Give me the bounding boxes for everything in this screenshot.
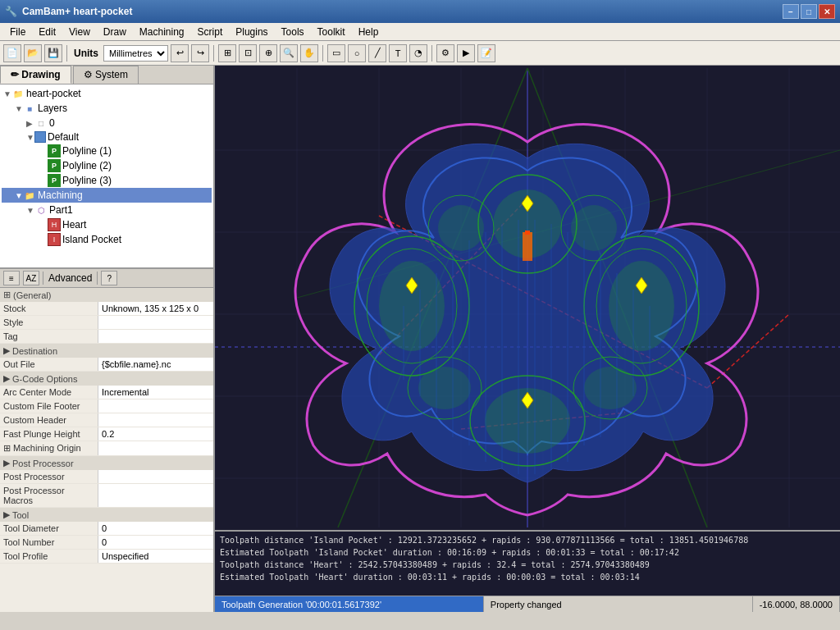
tree-item-heart[interactable]: H Heart <box>2 217 212 232</box>
minimize-button[interactable]: − <box>783 4 799 19</box>
expand-origin[interactable]: ⊞ <box>3 443 11 453</box>
prop-name-postmacros: Post Processor Macros <box>0 484 98 507</box>
advanced-label: Advanced <box>48 272 92 284</box>
viewport[interactable] <box>215 66 840 530</box>
menu-item-view[interactable]: View <box>62 25 97 39</box>
tree-label-layers: Layers <box>38 103 67 114</box>
simulate-button[interactable]: ▶ <box>457 44 475 62</box>
prop-value-tag[interactable] <box>98 330 213 343</box>
prop-name-header: Custom Header <box>0 413 98 427</box>
menu-item-draw[interactable]: Draw <box>97 25 133 39</box>
save-button[interactable]: 💾 <box>44 44 62 62</box>
prop-value-toolprofile[interactable]: Unspecified <box>98 550 213 563</box>
prop-value-header[interactable] <box>98 413 213 427</box>
prop-value-outfile[interactable]: {$cbfile.name}.nc <box>98 358 213 371</box>
tree-item-default[interactable]: ▼ Default <box>2 130 212 144</box>
svg-rect-45 <box>523 232 532 261</box>
prop-section-tool[interactable]: ▶ Tool <box>0 508 213 522</box>
zoom-fit[interactable]: ⊕ <box>259 44 277 62</box>
prop-name-origin: ⊞ Machining Origin <box>0 441 98 455</box>
props-sort-cat-button[interactable]: ≡ <box>3 271 20 285</box>
prop-section-post[interactable]: ▶ Post Processor <box>0 456 213 470</box>
pan-button[interactable]: ✋ <box>300 44 318 62</box>
prop-value-arcmode[interactable]: Incremental <box>98 386 213 399</box>
tree-item-poly2[interactable]: P Polyline (2) <box>2 158 212 173</box>
app-icon: 🔧 <box>5 6 17 17</box>
draw-rect[interactable]: ▭ <box>327 44 345 62</box>
prop-section-destination[interactable]: ▶ Destination <box>0 344 213 358</box>
grid-button[interactable]: ⊞ <box>218 44 236 62</box>
units-select[interactable]: Millimetres Inches <box>103 45 168 62</box>
output-text: Toolpath distance 'Island Pocket' : 1292… <box>215 532 840 596</box>
tree-label-poly1: Polyline (1) <box>62 145 112 157</box>
prop-row-style: Style <box>0 316 213 330</box>
tree-item-root[interactable]: ▼ 📁 heart-pocket <box>2 86 212 101</box>
tab-drawing[interactable]: ✏ Drawing <box>0 66 71 84</box>
menu-item-help[interactable]: Help <box>352 25 386 39</box>
props-help-button[interactable]: ? <box>101 271 117 285</box>
prop-value-toolnum[interactable]: 0 <box>98 536 213 549</box>
arc-icon: ◔ <box>414 48 422 58</box>
redo-button[interactable]: ↪ <box>191 44 209 62</box>
snap-button[interactable]: ⊡ <box>239 44 257 62</box>
close-button[interactable]: ✕ <box>819 4 835 19</box>
tab-system[interactable]: ⚙ System <box>73 66 139 84</box>
maximize-button[interactable]: □ <box>801 4 817 19</box>
draw-text[interactable]: T <box>389 44 407 62</box>
prop-value-plunge[interactable]: 0.2 <box>98 427 213 441</box>
expand-layers[interactable]: ▼ <box>15 104 23 113</box>
prop-name-style: Style <box>0 316 98 329</box>
expand-default[interactable]: ▼ <box>26 133 34 142</box>
menu-item-toolkit[interactable]: Toolkit <box>311 25 352 39</box>
menu-item-plugins[interactable]: Plugins <box>229 25 274 39</box>
app-title: CamBam+ heart-pocket <box>22 6 132 17</box>
prop-row-stock: Stock Unknown, 135 x 125 x 0 <box>0 302 213 316</box>
menu-item-machining[interactable]: Machining <box>133 25 191 39</box>
open-button[interactable]: 📂 <box>24 44 42 62</box>
main-area: ✏ Drawing ⚙ System ▼ 📁 heart-pocket ▼ ■ … <box>0 66 840 612</box>
new-button[interactable]: 📄 <box>3 44 21 62</box>
units-label: Units <box>74 48 98 59</box>
expand-layer0[interactable]: ▶ <box>26 119 34 128</box>
undo-button[interactable]: ↩ <box>171 44 189 62</box>
draw-arc[interactable]: ◔ <box>409 44 427 62</box>
menu-item-script[interactable]: Script <box>191 25 230 39</box>
expand-part1[interactable]: ▼ <box>26 206 34 215</box>
toolbar-separator-3 <box>322 45 323 62</box>
menu-item-file[interactable]: File <box>3 25 32 39</box>
polyline1-icon: P <box>48 144 61 158</box>
zoom-in[interactable]: 🔍 <box>280 44 298 62</box>
tree-view: ▼ 📁 heart-pocket ▼ ■ Layers ▶ □ 0 ▼ Defa… <box>0 84 213 267</box>
menu-item-edit[interactable]: Edit <box>32 25 62 39</box>
open-icon: 📂 <box>27 48 39 58</box>
prop-row-arcmode: Arc Center Mode Incremental <box>0 386 213 399</box>
props-toolbar: ≡ AZ Advanced ? <box>0 269 213 288</box>
tree-item-layer0[interactable]: ▶ □ 0 <box>2 116 212 130</box>
prop-value-origin[interactable] <box>98 441 213 455</box>
tree-item-machining[interactable]: ▼ 📁 Machining <box>2 188 212 203</box>
prop-value-postmacros[interactable] <box>98 484 213 507</box>
tree-item-poly1[interactable]: P Polyline (1) <box>2 144 212 158</box>
machining-button[interactable]: ⚙ <box>436 44 454 62</box>
prop-value-footer[interactable] <box>98 399 213 413</box>
expand-root[interactable]: ▼ <box>3 89 11 98</box>
prop-value-tooldia[interactable]: 0 <box>98 522 213 535</box>
prop-value-postproc[interactable] <box>98 470 213 483</box>
machining-icon: ⚙ <box>441 48 450 58</box>
tree-item-island[interactable]: I Island Pocket <box>2 232 212 247</box>
prop-section-general[interactable]: ⊞ (General) <box>0 288 213 302</box>
tree-item-poly3[interactable]: P Polyline (3) <box>2 173 212 188</box>
prop-value-style[interactable] <box>98 316 213 329</box>
props-sort-alpha-button[interactable]: AZ <box>23 271 39 285</box>
prop-value-stock[interactable]: Unknown, 135 x 125 x 0 <box>98 302 213 315</box>
polyline3-icon: P <box>48 174 61 187</box>
tree-item-layers[interactable]: ▼ ■ Layers <box>2 101 212 116</box>
tree-item-part1[interactable]: ▼ ⬡ Part1 <box>2 203 212 217</box>
expand-machining[interactable]: ▼ <box>15 191 23 200</box>
gcode-button[interactable]: 📝 <box>477 44 495 62</box>
prop-section-gcode[interactable]: ▶ G-Code Options <box>0 372 213 386</box>
root-folder-icon: 📁 <box>11 87 25 100</box>
draw-circle[interactable]: ○ <box>348 44 366 62</box>
draw-line[interactable]: ╱ <box>368 44 386 62</box>
menu-item-tools[interactable]: Tools <box>275 25 311 39</box>
